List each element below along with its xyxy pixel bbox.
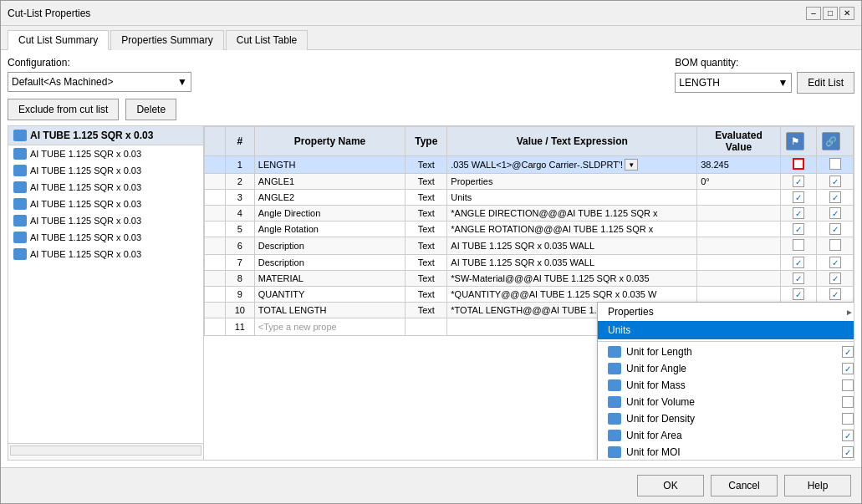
menu-item-unit-area[interactable]: Unit for Area <box>598 427 854 444</box>
checkbox[interactable] <box>829 288 841 300</box>
checkbox[interactable] <box>829 207 841 219</box>
row-checkbox-flag[interactable] <box>780 190 817 206</box>
row-property-name[interactable]: Angle Rotation <box>254 221 405 237</box>
ok-button[interactable]: OK <box>637 475 704 496</box>
checkbox[interactable] <box>793 257 804 268</box>
row-checkbox-flag[interactable] <box>780 206 817 221</box>
checkbox[interactable] <box>793 191 804 203</box>
edit-list-button[interactable]: Edit List <box>797 72 854 94</box>
row-value[interactable]: *QUANTITY@@@AI TUBE 1.125 SQR x 0.035 W <box>447 287 697 303</box>
row-checkbox-flag[interactable] <box>780 156 817 174</box>
horizontal-scrollbar[interactable] <box>10 445 201 456</box>
checkbox[interactable] <box>829 272 841 284</box>
row-checkbox-flag[interactable] <box>780 221 817 237</box>
menu-item-units[interactable]: Units <box>598 321 854 339</box>
row-value[interactable]: AI TUBE 1.125 SQR x 0.035 WALL <box>447 255 697 271</box>
configuration-dropdown[interactable]: Default<As Machined> ▼ <box>8 72 191 92</box>
list-item[interactable]: AI TUBE 1.125 SQR x 0.03 <box>8 196 203 212</box>
row-property-name[interactable]: ANGLE2 <box>254 190 405 206</box>
flag-icon[interactable]: ⚑ <box>786 132 804 150</box>
help-button[interactable]: Help <box>784 475 851 496</box>
row-checkbox-flag[interactable] <box>780 174 817 190</box>
row-value[interactable]: *ANGLE ROTATION@@@AI TUBE 1.125 SQR x <box>447 221 697 237</box>
chain-icon[interactable]: 🔗 <box>822 132 840 150</box>
unit-checkbox[interactable] <box>842 396 854 408</box>
row-checkbox-chain[interactable] <box>817 255 854 271</box>
checkbox[interactable] <box>829 176 841 187</box>
list-item[interactable]: AI TUBE 1.125 SQR x 0.03 <box>8 179 203 196</box>
table-row[interactable]: 1 LENGTH Text .035 WALL<1>@Cargo Carrier… <box>205 156 854 174</box>
exclude-button[interactable]: Exclude from cut list <box>8 99 119 120</box>
row-property-name[interactable]: MATERIAL <box>254 271 405 287</box>
row-property-name[interactable]: QUANTITY <box>254 287 405 303</box>
row-value[interactable]: AI TUBE 1.125 SQR x 0.035 WALL <box>447 237 697 255</box>
checkbox[interactable] <box>829 158 841 170</box>
row-value[interactable]: *ANGLE DIRECTION@@@AI TUBE 1.125 SQR x <box>447 206 697 221</box>
checkbox[interactable] <box>829 257 841 268</box>
row-checkbox-chain[interactable] <box>817 206 854 221</box>
row-checkbox-chain[interactable] <box>817 190 854 206</box>
row-checkbox-flag[interactable] <box>780 271 817 287</box>
delete-button[interactable]: Delete <box>125 99 176 120</box>
unit-checkbox[interactable] <box>842 379 854 391</box>
table-row[interactable]: 4 Angle Direction Text *ANGLE DIRECTION@… <box>205 206 854 221</box>
list-item[interactable]: AI TUBE 1.125 SQR x 0.03 <box>8 162 203 179</box>
unit-checkbox[interactable] <box>842 346 854 358</box>
close-button[interactable]: ✕ <box>839 7 854 20</box>
row-checkbox-flag[interactable] <box>780 237 817 255</box>
unit-checkbox[interactable] <box>842 413 854 425</box>
row-checkbox-chain[interactable] <box>817 156 854 174</box>
table-row[interactable]: 5 Angle Rotation Text *ANGLE ROTATION@@@… <box>205 221 854 237</box>
menu-item-unit-moi[interactable]: Unit for MOI <box>598 444 854 461</box>
row-property-name[interactable]: Description <box>254 255 405 271</box>
checkbox[interactable] <box>829 239 841 251</box>
table-row[interactable]: 3 ANGLE2 Text Units <box>205 190 854 206</box>
row-property-name[interactable]: ANGLE1 <box>254 174 405 190</box>
list-item[interactable]: AI TUBE 1.125 SQR x 0.03 <box>8 229 203 246</box>
checkbox[interactable] <box>793 288 804 300</box>
checkbox[interactable] <box>829 191 841 203</box>
row-checkbox-chain[interactable] <box>817 271 854 287</box>
list-item[interactable]: AI TUBE 1.125 SQR x 0.03 <box>8 246 203 262</box>
value-dropdown-btn[interactable]: ▼ <box>625 159 638 171</box>
menu-item-unit-density[interactable]: Unit for Density <box>598 410 854 427</box>
unit-checkbox[interactable] <box>842 430 854 441</box>
table-row[interactable]: 6 Description Text AI TUBE 1.125 SQR x 0… <box>205 237 854 255</box>
maximize-button[interactable]: □ <box>823 7 838 20</box>
checkbox[interactable] <box>793 239 804 251</box>
row-checkbox-chain[interactable] <box>817 237 854 255</box>
row-checkbox-chain[interactable] <box>817 174 854 190</box>
checkbox[interactable] <box>793 272 804 284</box>
minimize-button[interactable]: – <box>806 7 821 20</box>
menu-item-properties[interactable]: Properties ► <box>598 303 854 321</box>
table-row[interactable]: 2 ANGLE1 Text Properties 0° <box>205 174 854 190</box>
row-property-name[interactable]: Description <box>254 237 405 255</box>
menu-item-unit-mass[interactable]: Unit for Mass <box>598 377 854 394</box>
tab-cut-list-summary[interactable]: Cut List Summary <box>8 30 109 50</box>
row-checkbox-chain[interactable] <box>817 287 854 303</box>
tab-properties-summary[interactable]: Properties Summary <box>110 30 223 50</box>
row-property-name[interactable]: TOTAL LENGTH <box>254 303 405 318</box>
table-row[interactable]: 9 QUANTITY Text *QUANTITY@@@AI TUBE 1.12… <box>205 287 854 303</box>
unit-checkbox[interactable] <box>842 446 854 458</box>
table-row[interactable]: 7 Description Text AI TUBE 1.125 SQR x 0… <box>205 255 854 271</box>
row-property-name[interactable]: LENGTH <box>254 156 405 174</box>
checkbox[interactable] <box>793 207 804 219</box>
checkbox[interactable] <box>829 223 841 235</box>
table-row[interactable]: 8 MATERIAL Text *SW-Material@@@AI TUBE 1… <box>205 271 854 287</box>
row-property-name[interactable]: Angle Direction <box>254 206 405 221</box>
unit-checkbox[interactable] <box>842 363 854 374</box>
bom-quantity-dropdown[interactable]: LENGTH ▼ <box>675 73 792 93</box>
row-checkbox-chain[interactable] <box>817 221 854 237</box>
menu-item-unit-angle[interactable]: Unit for Angle <box>598 360 854 377</box>
row-value[interactable]: Properties <box>447 174 697 190</box>
checkbox[interactable] <box>793 176 804 187</box>
row-value[interactable]: Units <box>447 190 697 206</box>
menu-item-unit-volume[interactable]: Unit for Volume <box>598 394 854 410</box>
row-checkbox-flag[interactable] <box>780 255 817 271</box>
row-value[interactable]: .035 WALL<1>@Cargo Carrier-.SLDPRT'! ▼ <box>447 156 697 174</box>
row-value[interactable]: *SW-Material@@@AI TUBE 1.125 SQR x 0.035 <box>447 271 697 287</box>
list-item[interactable]: AI TUBE 1.125 SQR x 0.03 <box>8 145 203 162</box>
checkbox[interactable] <box>793 223 804 235</box>
checkbox[interactable] <box>793 158 804 170</box>
